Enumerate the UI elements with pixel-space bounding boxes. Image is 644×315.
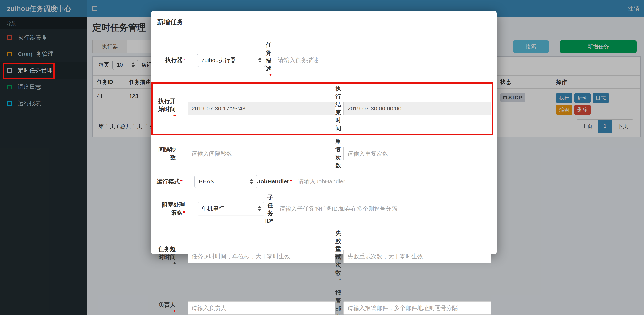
retry-count-label: 失败重试次数*: [335, 229, 344, 283]
child-task-id-label: 子任务ID*: [265, 193, 276, 224]
end-time-label: 执行结束时间: [335, 85, 344, 132]
timeout-label: 任务超时时间*: [157, 245, 176, 268]
alarm-email-input[interactable]: [344, 301, 491, 314]
executor-select[interactable]: zuihou执行器: [197, 54, 266, 67]
interval-label: 间隔秒数: [157, 146, 176, 162]
form-row-mode-handler: 运行模式* BEAN JobHandler*: [157, 175, 491, 188]
interval-input[interactable]: [188, 147, 335, 160]
run-mode-label: 运行模式*: [157, 178, 182, 186]
block-strategy-select[interactable]: 单机串行: [197, 202, 265, 215]
form-row-owner-email: 负责人* 报警邮件*: [157, 289, 491, 315]
timeout-input[interactable]: [188, 250, 335, 263]
end-time-input[interactable]: [344, 102, 491, 115]
chevron-updown-icon: [250, 179, 253, 184]
form-row-interval-repeat: 间隔秒数 重复次数: [157, 138, 491, 169]
run-mode-select[interactable]: BEAN: [194, 175, 257, 188]
form-row-block-childid: 阻塞处理策略* 单机串行 子任务ID*: [157, 193, 491, 224]
owner-label: 负责人*: [157, 301, 176, 315]
modal-title: 新增任务: [157, 18, 183, 26]
task-desc-label: 任务描述*: [266, 41, 274, 79]
retry-count-input[interactable]: [344, 250, 491, 263]
modal-body: 执行器* zuihou执行器 任务描述* 执行开始时间* 执行结束时间 间隔秒数…: [151, 33, 497, 315]
chevron-updown-icon: [258, 206, 261, 211]
chevron-updown-icon: [258, 58, 262, 63]
start-time-input[interactable]: [188, 102, 335, 115]
start-time-label: 执行开始时间*: [157, 97, 176, 120]
form-row-timeout-retry: 任务超时时间* 失败重试次数*: [157, 229, 491, 283]
executor-label: 执行器*: [157, 56, 185, 64]
repeat-count-input[interactable]: [344, 147, 491, 160]
form-row-executor-desc: 执行器* zuihou执行器 任务描述*: [157, 41, 491, 79]
block-strategy-label: 阻塞处理策略*: [157, 201, 185, 217]
alarm-email-label: 报警邮件*: [335, 289, 344, 315]
repeat-count-label: 重复次数: [335, 138, 344, 169]
form-row-start-end-time: 执行开始时间* 执行结束时间: [157, 85, 491, 132]
modal-header: 新增任务: [151, 11, 497, 33]
owner-input[interactable]: [188, 301, 335, 314]
jobhandler-input[interactable]: [294, 175, 491, 188]
task-desc-input[interactable]: [274, 54, 491, 67]
child-task-id-input[interactable]: [276, 202, 491, 215]
add-task-modal: 新增任务 执行器* zuihou执行器 任务描述* 执行开始时间* 执行结束时间…: [151, 11, 497, 254]
jobhandler-label: JobHandler*: [257, 178, 294, 185]
